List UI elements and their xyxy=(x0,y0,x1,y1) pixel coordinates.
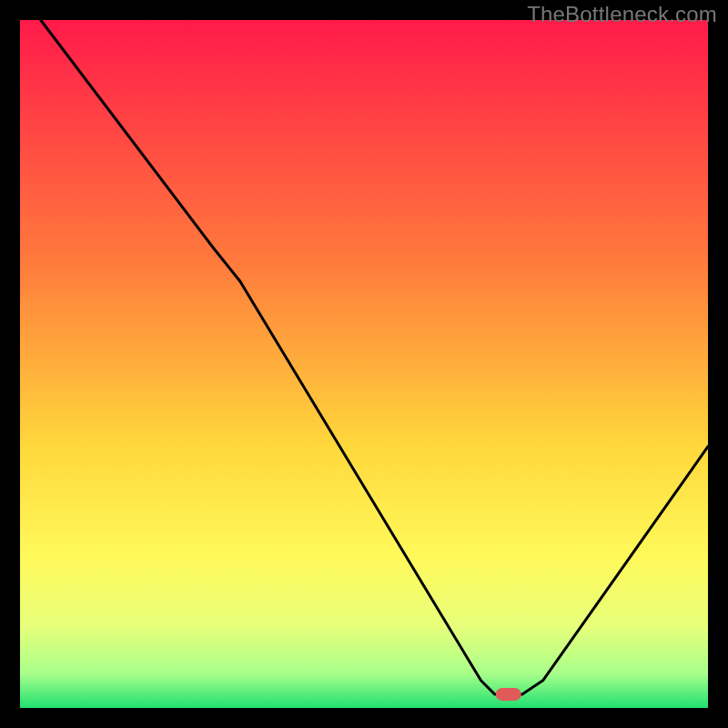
watermark-text: TheBottleneck.com xyxy=(527,2,717,27)
bottleneck-chart: TheBottleneck.com xyxy=(0,0,728,728)
optimal-marker xyxy=(496,688,521,701)
chart-canvas xyxy=(0,0,728,728)
svg-rect-0 xyxy=(20,20,708,708)
plot-area xyxy=(20,20,708,708)
